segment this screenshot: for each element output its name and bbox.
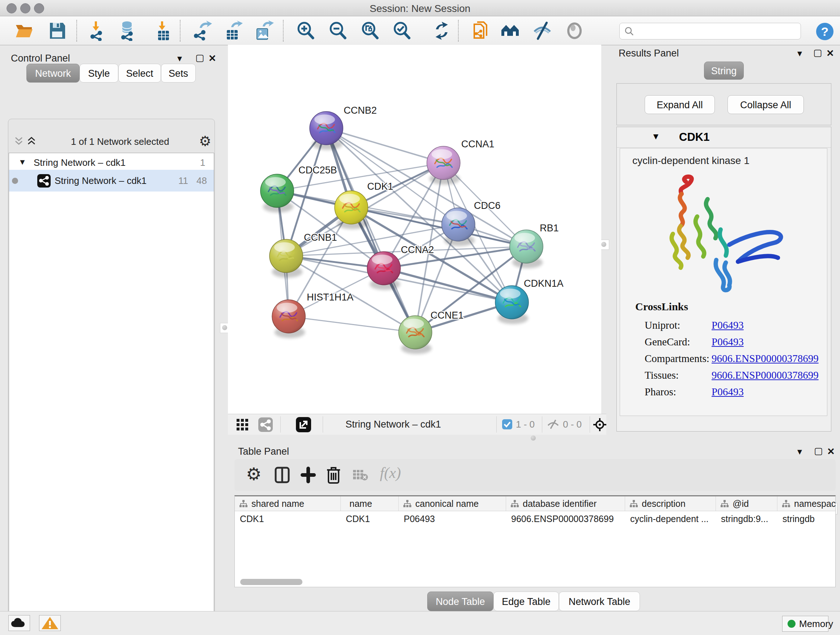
view-bar-separator	[280, 416, 281, 432]
cloud-button[interactable]	[8, 615, 30, 631]
function-builder-icon[interactable]: f(x)	[380, 464, 401, 481]
table-panel-close-icon[interactable]: ✕	[827, 446, 835, 457]
expand-all-chevron-icon[interactable]	[14, 135, 24, 146]
crosslink-label: GeneCard:	[645, 336, 690, 348]
refresh-icon[interactable]	[431, 21, 452, 41]
help-icon[interactable]: ?	[815, 21, 835, 42]
network-canvas[interactable]: CCNB2CCNA1CDC25BCDK1CDC6RB1CCNB1CCNA2CDK…	[228, 45, 601, 414]
column-header-database-identifier[interactable]: database identifier	[506, 496, 625, 511]
import-table-file-icon[interactable]	[154, 21, 174, 41]
memory-button[interactable]: Memory	[782, 616, 829, 632]
delete-column-trash-icon[interactable]	[326, 466, 341, 484]
search-field[interactable]	[619, 23, 801, 40]
collapse-triangle-icon[interactable]: ▼	[19, 157, 27, 167]
table-cell[interactable]: 9606.ENSP00000378699	[506, 514, 625, 526]
table-cell[interactable]: P06493	[399, 514, 506, 526]
tab-style[interactable]: Style	[80, 64, 118, 82]
collapse-all-chevron-icon[interactable]	[27, 135, 36, 146]
node-label-CDKN1A: CDKN1A	[524, 278, 564, 289]
column-header-canonical-name[interactable]: canonical name	[399, 496, 506, 511]
open-session-icon[interactable]	[14, 21, 35, 41]
warnings-button[interactable]	[39, 615, 61, 631]
crosslink-value-link[interactable]: 9606.ENSP00000378699	[712, 353, 819, 364]
hidden-eye-slash-icon[interactable]	[547, 419, 559, 430]
column-header-label: shared name	[251, 499, 304, 509]
table-cell[interactable]: stringdb:9...	[716, 514, 777, 526]
table-panel-float-icon[interactable]: ▢	[814, 445, 823, 456]
tab-string[interactable]: String	[704, 62, 744, 80]
network-node-CDC25B[interactable]: CDC25B	[261, 165, 337, 212]
expand-all-button[interactable]: Expand All	[645, 95, 715, 114]
crosslink-value-link[interactable]: P06493	[712, 386, 744, 398]
network-view-share-icon[interactable]	[258, 417, 273, 432]
tab-network[interactable]: Network	[27, 64, 80, 82]
table-cell[interactable]: stringdb	[777, 514, 840, 526]
create-column-plus-icon[interactable]	[300, 466, 316, 484]
detach-view-icon[interactable]	[296, 417, 311, 432]
table-cell[interactable]: CDK1	[341, 514, 399, 526]
table-horizontal-scrollbar[interactable]	[240, 579, 302, 585]
first-neighbors-icon[interactable]	[471, 21, 491, 41]
export-network-icon[interactable]	[193, 21, 213, 41]
export-image-icon[interactable]	[254, 21, 274, 41]
table-panel-collapse-icon[interactable]: ▾	[797, 446, 802, 457]
results-panel-collapse-icon[interactable]: ▾	[797, 48, 802, 59]
crosslink-value-link[interactable]: P06493	[712, 319, 744, 331]
tab-network-table[interactable]: Network Table	[559, 592, 640, 611]
show-columns-icon[interactable]	[274, 466, 290, 484]
network-row-selected[interactable]: String Network – cdk1 11 48	[9, 170, 214, 192]
hide-selected-eye-icon[interactable]	[532, 21, 553, 41]
network-options-gear-icon[interactable]: ⚙	[199, 133, 211, 149]
network-node-HIST1H1A[interactable]: HIST1H1A	[272, 292, 354, 338]
control-panel-float-icon[interactable]: ▢	[195, 52, 204, 63]
show-all-eye-icon[interactable]	[564, 21, 584, 41]
control-panel-close-icon[interactable]: ✕	[208, 53, 216, 64]
save-session-icon[interactable]	[47, 21, 67, 41]
network-node-count: 11	[178, 175, 188, 187]
crosslink-value-link[interactable]: P06493	[712, 336, 744, 348]
node-table[interactable]: shared namenamecanonical namedatabase id…	[234, 495, 836, 587]
network-current-dot-icon	[12, 178, 18, 184]
results-panel-title: Results Panel	[619, 48, 679, 59]
zoom-fit-icon[interactable]	[360, 21, 380, 41]
column-header-label: canonical name	[415, 499, 478, 509]
crosslink-value-link[interactable]: 9606.ENSP00000378699	[712, 369, 819, 381]
network-node-CDKN1A[interactable]: CDKN1A	[495, 278, 564, 324]
network-collection-row[interactable]: ▼ String Network – cdk1 1	[9, 156, 214, 170]
search-input[interactable]	[637, 25, 798, 38]
zoom-selected-icon[interactable]	[392, 21, 412, 41]
tab-node-table[interactable]: Node Table	[427, 592, 493, 611]
network-node-CDK1[interactable]: CDK1	[335, 181, 393, 229]
collapse-all-button[interactable]: Collapse All	[728, 95, 804, 114]
network-node-CCNA1[interactable]: CCNA1	[427, 139, 494, 185]
tab-sets[interactable]: Sets	[161, 64, 196, 82]
table-cell[interactable]: CDK1	[235, 514, 341, 526]
control-panel-collapse-icon[interactable]: ▾	[177, 53, 182, 64]
results-panel-close-icon[interactable]: ✕	[826, 48, 834, 59]
home-icon[interactable]	[500, 21, 520, 41]
import-network-database-icon[interactable]	[118, 21, 138, 41]
column-header-@id[interactable]: @id	[716, 496, 777, 511]
column-header-name[interactable]: name	[341, 496, 399, 511]
column-header-namespac[interactable]: namespac	[777, 496, 840, 511]
birds-eye-crosshair-icon[interactable]	[592, 417, 607, 432]
import-network-file-icon[interactable]	[88, 21, 109, 41]
delete-table-icon[interactable]	[352, 469, 368, 481]
network-edge[interactable]	[289, 317, 415, 333]
network-node-RB1[interactable]: RB1	[510, 223, 559, 268]
zoom-out-icon[interactable]	[328, 21, 348, 41]
tab-select[interactable]: Select	[118, 64, 161, 82]
column-header-description[interactable]: description	[625, 496, 716, 511]
results-panel-float-icon[interactable]: ▢	[813, 47, 822, 58]
table-cell[interactable]: cyclin-dependent ...	[625, 514, 716, 526]
gene-section-header[interactable]: ▼ CDK1	[617, 127, 831, 148]
column-header-shared-name[interactable]: shared name	[235, 496, 341, 511]
selected-checkbox-icon[interactable]	[502, 419, 512, 429]
tab-edge-table[interactable]: Edge Table	[493, 592, 559, 611]
grid-view-icon[interactable]	[236, 418, 249, 431]
table-options-gear-icon[interactable]: ⚙	[246, 465, 262, 484]
zoom-in-icon[interactable]	[295, 21, 316, 41]
gene-collapse-triangle-icon[interactable]: ▼	[652, 131, 660, 141]
export-table-icon[interactable]	[223, 21, 243, 41]
control-panel: Control Panel ▾ ▢ ✕ Network Style Select…	[0, 45, 224, 611]
